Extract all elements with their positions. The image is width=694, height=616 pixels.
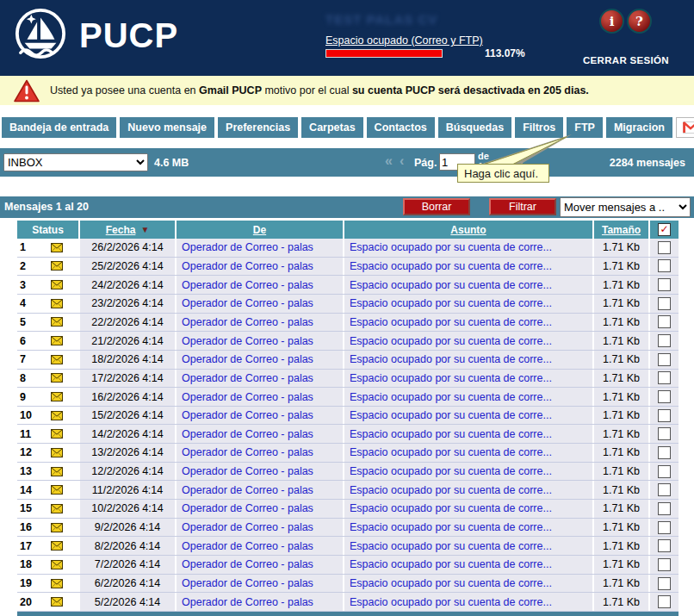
logout-link[interactable]: CERRAR SESIÓN bbox=[583, 55, 669, 65]
subject-link[interactable]: Espacio ocupado por su cuenta de corre..… bbox=[350, 502, 552, 514]
row-checkbox[interactable] bbox=[658, 297, 671, 310]
nav-bandeja-de-entrada[interactable]: Bandeja de entrada bbox=[2, 117, 116, 138]
sender-link[interactable]: Operador de Correo - palas bbox=[182, 540, 313, 552]
subject-link[interactable]: Espacio ocupado por su cuenta de corre..… bbox=[350, 372, 552, 384]
row-checkbox[interactable] bbox=[658, 483, 671, 496]
gmail-pucp-button[interactable]: Gmail PUCP bbox=[676, 117, 694, 138]
sender-link[interactable]: Operador de Correo - palas bbox=[182, 335, 313, 347]
table-row: 16 9/2/2026 4:14 Operador de Correo - pa… bbox=[17, 519, 679, 538]
move-messages-select[interactable]: Mover mensajes a .. bbox=[560, 197, 691, 217]
row-check-cell bbox=[650, 593, 679, 611]
subject-link[interactable]: Espacio ocupado por su cuenta de corre..… bbox=[350, 446, 552, 458]
account-name: TEST PALAS CV bbox=[325, 12, 437, 27]
col-size[interactable]: Tamaño bbox=[594, 221, 648, 239]
sender-link[interactable]: Operador de Correo - palas bbox=[182, 279, 313, 291]
nav-preferencias[interactable]: Preferencias bbox=[218, 117, 298, 138]
nav-filtros[interactable]: Filtros bbox=[515, 117, 563, 138]
sender-link[interactable]: Operador de Correo - palas bbox=[182, 558, 313, 570]
info-icon[interactable]: i bbox=[599, 9, 624, 34]
row-checkbox[interactable] bbox=[658, 427, 671, 440]
subject-link[interactable]: Espacio ocupado por su cuenta de corre..… bbox=[350, 465, 552, 477]
row-status-cell: 1 bbox=[17, 239, 78, 257]
row-checkbox[interactable] bbox=[658, 334, 671, 347]
envelope-icon bbox=[51, 355, 63, 364]
row-checkbox[interactable] bbox=[658, 577, 671, 590]
subject-link[interactable]: Espacio ocupado por su cuenta de corre..… bbox=[350, 335, 552, 347]
row-size: 1.71 Kb bbox=[594, 276, 648, 294]
subject-link[interactable]: Espacio ocupado por su cuenta de corre..… bbox=[350, 316, 552, 328]
sender-link[interactable]: Operador de Correo - palas bbox=[182, 372, 313, 384]
row-checkbox[interactable] bbox=[658, 371, 671, 384]
subject-link[interactable]: Espacio ocupado por su cuenta de corre..… bbox=[350, 540, 552, 552]
sender-link[interactable]: Operador de Correo - palas bbox=[182, 353, 313, 365]
table-row: 3 24/2/2026 4:14 Operador de Correo - pa… bbox=[17, 276, 679, 295]
sender-link[interactable]: Operador de Correo - palas bbox=[182, 521, 313, 533]
sender-link[interactable]: Operador de Correo - palas bbox=[182, 241, 313, 253]
subject-link[interactable]: Espacio ocupado por su cuenta de corre..… bbox=[350, 279, 552, 291]
row-check-cell bbox=[650, 388, 679, 406]
subject-link[interactable]: Espacio ocupado por su cuenta de corre..… bbox=[350, 391, 552, 403]
nav-ftp[interactable]: FTP bbox=[567, 117, 603, 138]
prev-page-icon[interactable]: ‹ bbox=[400, 154, 404, 168]
subject-link[interactable]: Espacio ocupado por su cuenta de corre..… bbox=[350, 428, 552, 440]
subject-link[interactable]: Espacio ocupado por su cuenta de corre..… bbox=[350, 596, 552, 608]
folder-select[interactable]: INBOX bbox=[3, 153, 148, 171]
col-date[interactable]: Fecha▼ bbox=[80, 221, 175, 239]
row-checkbox[interactable] bbox=[658, 278, 671, 291]
row-checkbox[interactable] bbox=[658, 409, 671, 422]
subject-link[interactable]: Espacio ocupado por su cuenta de corre..… bbox=[350, 521, 552, 533]
nav-carpetas[interactable]: Carpetas bbox=[301, 117, 363, 138]
sender-link[interactable]: Operador de Correo - palas bbox=[182, 484, 313, 496]
subject-link[interactable]: Espacio ocupado por su cuenta de corre..… bbox=[350, 260, 552, 272]
subject-link[interactable]: Espacio ocupado por su cuenta de corre..… bbox=[350, 297, 552, 309]
row-checkbox[interactable] bbox=[658, 521, 671, 534]
row-checkbox[interactable] bbox=[658, 446, 671, 459]
sender-link[interactable]: Operador de Correo - palas bbox=[182, 428, 313, 440]
subject-link[interactable]: Espacio ocupado por su cuenta de corre..… bbox=[350, 577, 552, 589]
row-checkbox[interactable] bbox=[658, 390, 671, 403]
subject-link[interactable]: Espacio ocupado por su cuenta de corre..… bbox=[350, 353, 552, 365]
subject-link[interactable]: Espacio ocupado por su cuenta de corre..… bbox=[350, 409, 552, 421]
row-date: 17/2/2026 4:14 bbox=[80, 370, 175, 388]
row-size: 1.71 Kb bbox=[594, 519, 648, 537]
row-check-cell bbox=[650, 463, 679, 481]
sender-link[interactable]: Operador de Correo - palas bbox=[182, 465, 313, 477]
subject-link[interactable]: Espacio ocupado por su cuenta de corre..… bbox=[350, 558, 552, 570]
row-checkbox[interactable] bbox=[658, 353, 671, 366]
row-checkbox[interactable] bbox=[658, 465, 671, 478]
row-checkbox[interactable] bbox=[658, 259, 671, 272]
row-checkbox[interactable] bbox=[658, 558, 671, 571]
sender-link[interactable]: Operador de Correo - palas bbox=[182, 596, 313, 608]
sender-link[interactable]: Operador de Correo - palas bbox=[182, 502, 313, 514]
row-subject-cell: Espacio ocupado por su cuenta de corre..… bbox=[344, 295, 592, 313]
sender-link[interactable]: Operador de Correo - palas bbox=[182, 409, 313, 421]
sender-link[interactable]: Operador de Correo - palas bbox=[182, 446, 313, 458]
select-all-checkbox[interactable]: ✓ bbox=[658, 223, 671, 236]
sender-link[interactable]: Operador de Correo - palas bbox=[182, 297, 313, 309]
help-icon[interactable]: ? bbox=[627, 9, 652, 34]
delete-button[interactable]: Borrar bbox=[403, 198, 470, 215]
col-subject[interactable]: Asunto bbox=[344, 221, 592, 239]
nav-nuevo-mensaje[interactable]: Nuevo mensaje bbox=[120, 117, 214, 138]
subject-link[interactable]: Espacio ocupado por su cuenta de corre..… bbox=[350, 241, 552, 253]
nav-migracion[interactable]: Migracion bbox=[606, 117, 672, 138]
row-checkbox[interactable] bbox=[658, 595, 671, 608]
col-from[interactable]: De bbox=[177, 221, 343, 239]
row-from-cell: Operador de Correo - palas bbox=[177, 444, 343, 462]
row-checkbox[interactable] bbox=[658, 315, 671, 328]
sender-link[interactable]: Operador de Correo - palas bbox=[182, 577, 313, 589]
subject-link[interactable]: Espacio ocupado por su cuenta de corre..… bbox=[350, 484, 552, 496]
sender-link[interactable]: Operador de Correo - palas bbox=[182, 391, 313, 403]
envelope-icon bbox=[51, 523, 63, 532]
table-row: 18 7/2/2026 4:14 Operador de Correo - pa… bbox=[17, 556, 679, 575]
nav-contactos[interactable]: Contactos bbox=[367, 117, 435, 138]
row-checkbox[interactable] bbox=[658, 241, 671, 254]
sender-link[interactable]: Operador de Correo - palas bbox=[182, 260, 313, 272]
first-page-icon[interactable]: « bbox=[385, 154, 393, 168]
row-checkbox[interactable] bbox=[658, 539, 671, 552]
sender-link[interactable]: Operador de Correo - palas bbox=[182, 316, 313, 328]
row-check-cell bbox=[650, 575, 679, 593]
filter-button[interactable]: Filtrar bbox=[489, 198, 556, 215]
nav-b-squedas[interactable]: Búsquedas bbox=[438, 117, 511, 138]
row-checkbox[interactable] bbox=[658, 502, 671, 515]
